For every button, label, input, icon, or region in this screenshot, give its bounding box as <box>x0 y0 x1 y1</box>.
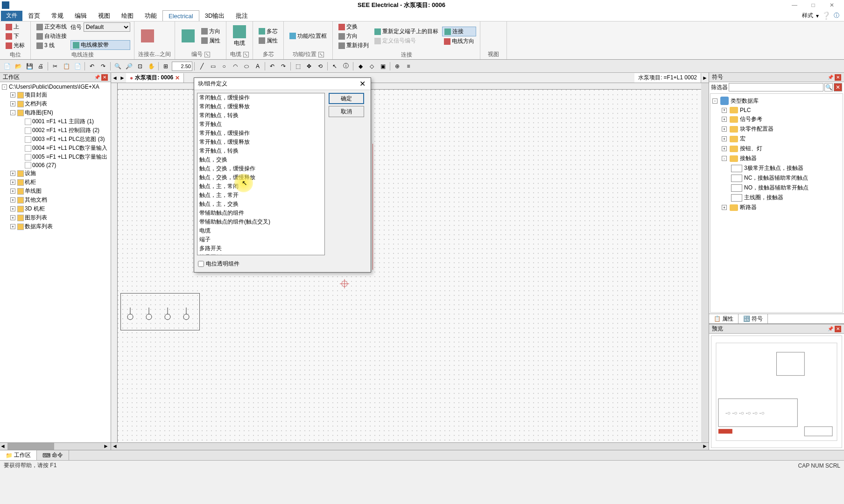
panel-close-icon[interactable]: ✕ <box>835 326 841 332</box>
define-signal-button[interactable]: 定义信号编号 <box>373 36 440 45</box>
symbol-tree-item[interactable]: +宏 <box>712 134 841 144</box>
style-dropdown-icon[interactable]: ▾ <box>816 13 819 19</box>
expand-icon[interactable]: + <box>722 205 727 210</box>
list-item[interactable]: 常闭触点，缓慢操作 <box>197 93 324 102</box>
tree-item[interactable]: 0006 (27) <box>2 161 109 169</box>
dialog-launch-icon[interactable]: ⤡ <box>204 52 210 57</box>
panel-close-icon[interactable]: ✕ <box>101 74 108 81</box>
menu-edit[interactable]: 编辑 <box>69 10 92 21</box>
tree-item[interactable]: +3D 机柜 <box>2 204 109 213</box>
tree-item[interactable]: +图形列表 <box>2 213 109 222</box>
doc-tab-0006[interactable]: ● 水泵项目: 0006 ✕ <box>126 73 184 83</box>
expand-icon[interactable]: - <box>10 110 15 115</box>
left-panel-scrollbar[interactable]: ◄► <box>0 442 111 450</box>
misc5-icon[interactable]: ≡ <box>403 61 414 71</box>
multicore-button[interactable]: 多芯 <box>257 27 280 36</box>
tree-item[interactable]: 0002 =F1 +L1 控制回路 (2) <box>2 126 109 135</box>
connect-between-button[interactable] <box>138 28 157 44</box>
symbol-tree-item[interactable]: +块零件配置器 <box>712 124 841 134</box>
expand-icon[interactable]: + <box>10 171 15 176</box>
file-menu[interactable]: 文件 <box>1 11 22 21</box>
save-icon[interactable]: 💾 <box>24 61 35 71</box>
list-item[interactable]: 电缆 <box>197 226 324 235</box>
misc3-icon[interactable]: ▣ <box>378 61 388 71</box>
tab-symbols[interactable]: 🔣符号 <box>738 314 768 323</box>
misc2-icon[interactable]: ◇ <box>366 61 377 71</box>
function-location-button[interactable]: 功能/位置框 <box>288 32 329 41</box>
misc4-icon[interactable]: ⊕ <box>392 61 402 71</box>
potential-cursor-button[interactable]: 光标 <box>4 41 27 50</box>
tab-nav-left[interactable]: ◄ <box>111 74 119 82</box>
expand-icon[interactable]: + <box>10 92 15 98</box>
tree-item[interactable]: +设施 <box>2 169 109 178</box>
expand-icon[interactable]: + <box>722 117 727 122</box>
pin-icon[interactable]: 📌 <box>94 74 100 81</box>
tree-item[interactable]: +其他文档 <box>2 196 109 204</box>
symbol-tree-item[interactable]: +PLC <box>712 106 841 114</box>
filter-clear-icon[interactable]: ✕ <box>834 83 842 91</box>
tab-nav-right[interactable]: ► <box>119 74 126 82</box>
expand-icon[interactable]: + <box>722 136 727 141</box>
cable-button[interactable]: 电缆 <box>230 23 249 49</box>
expand-icon[interactable]: + <box>722 146 727 151</box>
help-icon[interactable]: ❔ <box>822 11 831 20</box>
expand-icon[interactable]: + <box>10 215 15 220</box>
list-item[interactable]: 常开触点，缓慢操作 <box>197 129 324 138</box>
potential-down-button[interactable]: 下 <box>4 32 27 41</box>
direction-button[interactable]: 方向 <box>199 27 222 36</box>
zoom-in-icon[interactable]: 🔍 <box>113 61 123 71</box>
rect-icon[interactable]: ▭ <box>208 61 218 71</box>
potential-up-button[interactable]: 上 <box>4 22 27 31</box>
tree-item[interactable]: +机柜 <box>2 178 109 187</box>
schematic-component-group[interactable] <box>120 293 200 330</box>
close-button[interactable]: ✕ <box>827 0 837 10</box>
undo2-icon[interactable]: ↶ <box>267 61 277 71</box>
symbol-tree-item[interactable]: 主线圈，接触器 <box>712 193 841 203</box>
transparent-component-checkbox[interactable] <box>198 261 204 267</box>
list-item[interactable]: 触点，主，常开 <box>197 191 324 200</box>
new-icon[interactable]: 📄 <box>2 61 12 71</box>
grid-icon[interactable]: ⊞ <box>161 61 171 71</box>
number-button[interactable] <box>179 28 197 44</box>
list-item[interactable]: 触点，交换 <box>197 155 324 164</box>
open-icon[interactable]: 📂 <box>13 61 23 71</box>
menu-view[interactable]: 视图 <box>92 10 116 21</box>
filter-search-icon[interactable]: 🔍 <box>824 83 833 91</box>
tree-item[interactable]: -电路图(EN) <box>2 108 109 117</box>
symbol-tree-item[interactable]: 3极常开主触点，接触器 <box>712 163 841 173</box>
list-item[interactable]: 触点，主，交换 <box>197 200 324 209</box>
symbol-tree-item[interactable]: -接触器 <box>712 154 841 163</box>
exchange-button[interactable]: 交换 <box>337 22 371 31</box>
list-item[interactable]: 带辅助触点的组件 <box>197 209 324 217</box>
menu-draw[interactable]: 绘图 <box>116 10 139 21</box>
pan-icon[interactable]: ✋ <box>146 61 156 71</box>
expand-icon[interactable]: - <box>722 156 727 161</box>
menu-home[interactable]: 首页 <box>22 10 46 21</box>
tree-item[interactable]: +项目封面 <box>2 91 109 99</box>
tab-nav-right2[interactable]: ► <box>701 74 709 82</box>
tree-item[interactable]: 0005 =F1 +L1 PLC数字量输出 <box>2 153 109 161</box>
rotate-icon[interactable]: ⟲ <box>315 61 325 71</box>
list-item[interactable]: 触点，主，常闭 <box>197 182 324 191</box>
zoom-fit-icon[interactable]: ⊡ <box>135 61 145 71</box>
component-type-list[interactable]: 常闭触点，缓慢操作常闭触点，缓慢释放常闭触点，转换常开触点常开触点，缓慢操作常开… <box>197 93 325 255</box>
list-item[interactable]: 触点，交换，缓慢释放 <box>197 173 324 182</box>
minimize-button[interactable]: — <box>790 0 799 10</box>
expand-icon[interactable]: + <box>10 180 15 185</box>
pointer-icon[interactable]: ↖ <box>330 61 340 71</box>
list-item[interactable]: 常闭触点，缓慢释放 <box>197 102 324 111</box>
doc-tab-0002[interactable]: 水泵项目: =F1+L1 0002 <box>634 73 701 83</box>
circle-icon[interactable]: ○ <box>219 61 229 71</box>
tab-close-icon[interactable]: ✕ <box>175 75 180 81</box>
redefine-terminal-button[interactable]: 重新定义端子上的目标 <box>373 27 440 36</box>
canvas-hscroll[interactable]: ◄ ► <box>111 442 709 450</box>
list-item[interactable]: 触点，交换，缓慢操作 <box>197 164 324 173</box>
undo-icon[interactable]: ↶ <box>87 61 97 71</box>
expand-icon[interactable]: + <box>10 224 15 229</box>
info-icon[interactable]: ⓘ <box>834 12 839 20</box>
signal-dropdown[interactable]: Default <box>84 22 130 32</box>
line-icon[interactable]: ╱ <box>197 61 207 71</box>
expand-icon[interactable]: + <box>722 126 727 132</box>
tab-workspace[interactable]: 📁工作区 <box>0 450 37 460</box>
symbol-tree-item[interactable]: NC，接触器辅助常闭触点 <box>712 173 841 183</box>
